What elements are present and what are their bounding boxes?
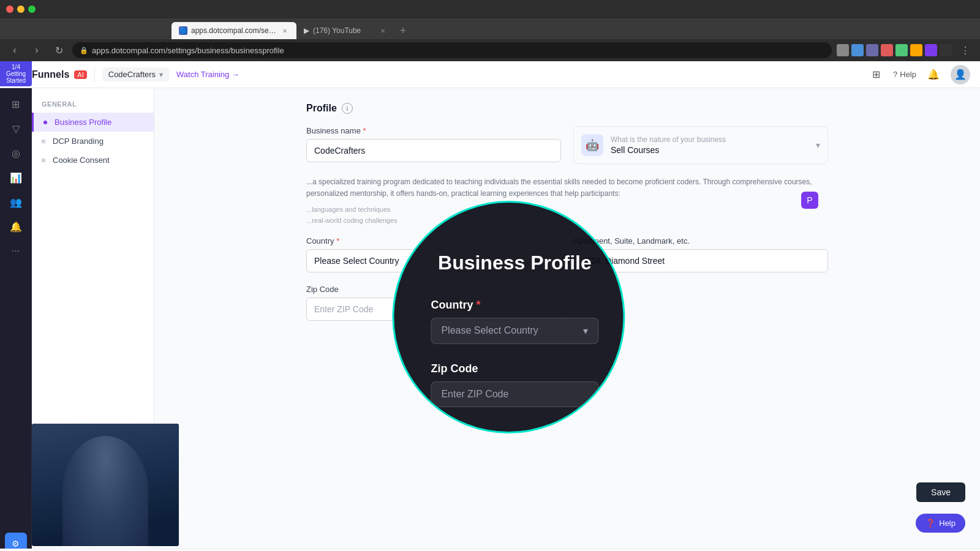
close-button[interactable] bbox=[6, 6, 13, 13]
apartment-label: Apartment, Suite, Landmark, etc. bbox=[573, 236, 828, 246]
active-tab[interactable]: 🔵 apps.dotcompal.com/setting... ✕ bbox=[172, 22, 296, 39]
back-button[interactable]: ‹ bbox=[6, 42, 23, 59]
minimize-button[interactable] bbox=[17, 6, 24, 13]
nav-item-dcp-label: DCP Branding bbox=[53, 137, 104, 146]
app-header: 🔺 Funnels AI CodeCrafters ▾ Watch Traini… bbox=[0, 61, 980, 88]
sidebar-item-world[interactable]: ◎ bbox=[5, 142, 27, 164]
required-star: * bbox=[363, 126, 366, 135]
ext-icon-4[interactable] bbox=[881, 44, 893, 56]
notification-wrapper: 🔔 bbox=[924, 65, 943, 84]
app-container: 🔺 Funnels AI CodeCrafters ▾ Watch Traini… bbox=[0, 61, 980, 551]
nature-icon: 🤖 bbox=[581, 134, 603, 156]
address-bar-row: ‹ › ↻ 🔒 apps.dotcompal.com/settings/busi… bbox=[0, 39, 980, 61]
circle-overlay: Business Profile Country * Please Select… bbox=[392, 201, 625, 433]
workspace-selector[interactable]: CodeCrafters ▾ bbox=[102, 67, 169, 81]
circle-zip-input[interactable]: Enter ZIP Code bbox=[431, 381, 598, 408]
tab-close-icon[interactable]: ✕ bbox=[281, 26, 289, 35]
page-footer: © 2025. All rights reserved to Saglus In… bbox=[0, 549, 980, 551]
webcam-video bbox=[32, 424, 179, 546]
sidebar-item-alerts[interactable]: 🔔 bbox=[5, 216, 27, 238]
ext-icon-3[interactable] bbox=[866, 44, 878, 56]
person-silhouette bbox=[32, 424, 179, 546]
help-float-button[interactable]: ❓ Help bbox=[916, 514, 965, 533]
header-actions: ⊞ ? Help 🔔 👤 bbox=[866, 65, 970, 84]
workspace-name: CodeCrafters bbox=[108, 70, 156, 79]
circle-overlay-title: Business Profile bbox=[431, 252, 598, 274]
youtube-tab-close[interactable]: ✕ bbox=[379, 26, 387, 35]
nav-item-business-profile[interactable]: Business Profile bbox=[32, 113, 154, 132]
help-link[interactable]: ? Help bbox=[893, 70, 916, 79]
question-icon: ? bbox=[893, 70, 897, 79]
tab-favicon: 🔵 bbox=[179, 26, 187, 35]
nav-item-cookie-label: Cookie Consent bbox=[53, 156, 110, 165]
ext-icon-8[interactable] bbox=[940, 44, 952, 56]
ext-icon-2[interactable] bbox=[851, 44, 864, 56]
new-badge: AI bbox=[74, 70, 86, 79]
business-name-input[interactable] bbox=[306, 139, 561, 162]
app-name: Funnels bbox=[32, 69, 69, 80]
avatar[interactable]: 👤 bbox=[951, 65, 970, 84]
lock-icon: 🔒 bbox=[80, 47, 88, 54]
nav-item-cookie-consent[interactable]: Cookie Consent bbox=[32, 151, 154, 170]
forward-button[interactable]: › bbox=[28, 42, 45, 59]
sidebar-item-funnels[interactable]: ▽ bbox=[5, 118, 27, 140]
profile-title: Profile bbox=[306, 103, 337, 114]
bell-icon[interactable]: 🔔 bbox=[924, 65, 943, 84]
nature-value: Sell Courses bbox=[611, 145, 809, 155]
question-circle-icon: ❓ bbox=[925, 519, 935, 528]
circle-zip-label: Zip Code bbox=[431, 362, 478, 375]
ext-icon-7[interactable] bbox=[925, 44, 937, 56]
active-tab-label: apps.dotcompal.com/setting... bbox=[191, 26, 277, 35]
nature-selector[interactable]: 🤖 What is the nature of your business Se… bbox=[573, 126, 828, 164]
fullscreen-button[interactable] bbox=[28, 6, 36, 13]
url-text: apps.dotcompal.com/settings/business/bus… bbox=[92, 46, 284, 55]
sidebar-item-contacts[interactable]: 👥 bbox=[5, 191, 27, 213]
business-name-label: Business name * bbox=[306, 126, 561, 135]
sidebar-item-dashboard[interactable]: ⊞ bbox=[5, 93, 27, 115]
profile-section-header: Profile i bbox=[306, 103, 828, 114]
getting-started-badge[interactable]: 1/4 Getting Started bbox=[0, 61, 32, 86]
info-icon[interactable]: i bbox=[342, 103, 353, 114]
ext-icon-5[interactable] bbox=[895, 44, 908, 56]
menu-button[interactable]: ⋮ bbox=[957, 42, 974, 59]
save-button[interactable]: Save bbox=[916, 482, 965, 502]
nav-item-business-profile-label: Business Profile bbox=[55, 118, 111, 127]
filter-icon: ▽ bbox=[12, 123, 20, 135]
settings-nav-section: General bbox=[32, 98, 154, 110]
circle-country-input[interactable]: Please Select Country ▾ bbox=[431, 318, 598, 344]
grid-icon[interactable]: ⊞ bbox=[866, 65, 886, 84]
sidebar-item-more[interactable]: ··· bbox=[5, 240, 27, 262]
circle-zip-placeholder: Enter ZIP Code bbox=[441, 389, 508, 400]
extension-icons bbox=[837, 44, 952, 56]
about-text: ...a specialized training program dedica… bbox=[306, 176, 828, 200]
sidebar-item-analytics[interactable]: 📊 bbox=[5, 167, 27, 189]
circle-select-chevron-icon: ▾ bbox=[583, 325, 588, 337]
new-tab-button[interactable]: + bbox=[394, 22, 412, 39]
ext-icon-6[interactable] bbox=[910, 44, 922, 56]
nav-dot-icon bbox=[43, 121, 47, 124]
country-required-star: * bbox=[336, 236, 339, 246]
circle-country-label: Country * bbox=[431, 299, 480, 312]
header-separator bbox=[94, 67, 95, 82]
circle-required-icon: * bbox=[476, 299, 480, 311]
ext-icon-1[interactable] bbox=[837, 44, 849, 56]
watch-training-label: Watch Training → bbox=[176, 70, 239, 79]
address-bar[interactable]: 🔒 apps.dotcompal.com/settings/business/b… bbox=[72, 42, 832, 58]
refresh-button[interactable]: ↻ bbox=[50, 42, 67, 59]
help-float-label: Help bbox=[939, 519, 956, 528]
about-text-2: ...languages and techniques bbox=[306, 206, 828, 213]
youtube-tab-label: (176) YouTube bbox=[313, 26, 361, 35]
form-row-business: Business name * 🤖 What is the nature of … bbox=[306, 126, 828, 164]
head-body-shape bbox=[62, 436, 148, 546]
youtube-tab[interactable]: ▶ (176) YouTube ✕ bbox=[296, 22, 394, 39]
watch-training-button[interactable]: Watch Training → bbox=[176, 70, 239, 79]
business-name-group: Business name * bbox=[306, 126, 561, 164]
app-sidebar: ⊞ ▽ ◎ 📊 👥 🔔 ··· ⚙ Settings bbox=[0, 88, 32, 551]
chevron-down-icon: ▾ bbox=[159, 70, 163, 79]
nav-square-icon-2 bbox=[42, 159, 45, 162]
nature-content: What is the nature of your business Sell… bbox=[611, 135, 809, 155]
youtube-favicon: ▶ bbox=[304, 26, 309, 35]
nav-item-dcp-branding[interactable]: DCP Branding bbox=[32, 132, 154, 151]
chevron-down-icon-nature: ▾ bbox=[816, 140, 820, 150]
nature-label: What is the nature of your business bbox=[611, 135, 809, 144]
